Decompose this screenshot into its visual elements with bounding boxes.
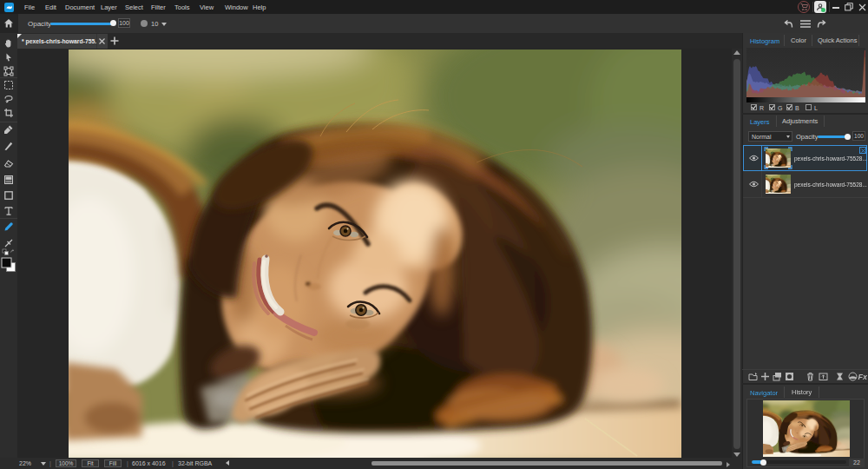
svg-text:Fx: Fx xyxy=(858,373,868,381)
